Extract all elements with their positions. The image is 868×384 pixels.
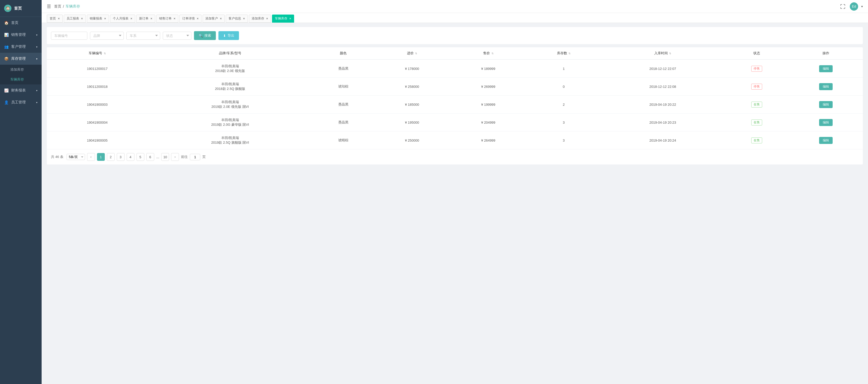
- fullscreen-button[interactable]: [839, 3, 847, 10]
- cell-purchase-price: ¥ 178000: [374, 60, 450, 78]
- cell-sale-price: ¥ 199999: [450, 96, 526, 113]
- sidebar-sub-item-vehicle-inventory[interactable]: 车辆库存: [0, 75, 41, 84]
- tab-add-customer[interactable]: 添加客户 ✕: [203, 14, 225, 23]
- cell-vehicle-no: 19011200018: [47, 78, 148, 96]
- tab-new-order[interactable]: 新订单 ✕: [136, 14, 155, 23]
- tab-order-detail-close[interactable]: ✕: [196, 17, 199, 20]
- tab-order-detail[interactable]: 订单详情 ✕: [179, 14, 202, 23]
- page-size-select[interactable]: 5条/页 10条/页 20条/页 50条/页: [67, 154, 85, 160]
- tab-monthly-report[interactable]: 个人月报表 ✕: [110, 14, 135, 23]
- page-10-button[interactable]: 10: [161, 153, 169, 161]
- next-page-button[interactable]: ›: [171, 153, 179, 161]
- cell-brand-series-model: 丰田/凯美瑞 2018款 2.0E 领先版: [148, 60, 313, 78]
- vehicle-table-card: 车辆编号 ⇅ 品牌/车系/型号 颜色 进价 ⇅ 售价 ⇅ 库存数 ⇅ 入库时间 …: [47, 47, 863, 165]
- cell-operation: 编辑: [789, 96, 863, 113]
- sidebar-item-sales[interactable]: 📊 销售管理 ▾: [0, 29, 41, 41]
- tab-vehicle-inventory[interactable]: 车辆库存 ✕: [272, 14, 294, 23]
- series-select[interactable]: 车系 凯美瑞: [126, 32, 160, 40]
- avatar[interactable]: Ed: [850, 2, 858, 11]
- tab-sales-order[interactable]: 销售订单 ✕: [156, 14, 178, 23]
- cell-stock: 3: [526, 113, 601, 132]
- cell-color: 琥晴棕: [313, 132, 374, 149]
- tab-sales-report-label: 销量报表: [90, 16, 102, 21]
- page-5-button[interactable]: 5: [136, 153, 144, 161]
- sidebar-sub-item-add-inventory[interactable]: 添加库存: [0, 65, 41, 75]
- export-button[interactable]: ⬇ 导出: [218, 31, 239, 40]
- sidebar-item-customers[interactable]: 👥 客户管理 ▾: [0, 41, 41, 53]
- edit-button[interactable]: 编辑: [819, 65, 833, 72]
- tab-vehicle-inventory-close[interactable]: ✕: [289, 17, 291, 20]
- tab-home-close[interactable]: ✕: [58, 17, 60, 20]
- edit-button[interactable]: 编辑: [819, 137, 833, 144]
- page-2-button[interactable]: 2: [107, 153, 115, 161]
- status-select[interactable]: 状态 在售 停售: [163, 32, 191, 40]
- inventory-submenu: 添加库存 车辆库存: [0, 65, 41, 84]
- sidebar-item-finance[interactable]: 📈 财务报表 ▾: [0, 84, 41, 96]
- tab-add-inventory[interactable]: 添加库存 ✕: [249, 14, 271, 23]
- sidebar-customers-label: 客户管理: [11, 44, 26, 49]
- finance-icon: 📈: [4, 88, 8, 93]
- search-button[interactable]: 🔍 搜索: [194, 31, 216, 40]
- tab-monthly-report-close[interactable]: ✕: [130, 17, 132, 20]
- prev-page-button[interactable]: ‹: [87, 153, 95, 161]
- sidebar-logo: 🏠 首页: [0, 0, 41, 17]
- sidebar-item-inventory[interactable]: 📦 库存管理 ▾: [0, 53, 41, 65]
- tab-customer-info[interactable]: 客户信息 ✕: [226, 14, 248, 23]
- cell-vehicle-no: 19041900005: [47, 132, 148, 149]
- tab-monthly-report-label: 个人月报表: [113, 16, 128, 21]
- cell-vehicle-no: 19041900004: [47, 113, 148, 132]
- cell-stock: 1: [526, 60, 601, 78]
- table-row: 19011200018 丰田/凯美瑞 2018款 2.5Q 旗舰版 琥珀棕 ¥ …: [47, 78, 863, 96]
- goto-page-input[interactable]: [190, 154, 200, 160]
- breadcrumb-home[interactable]: 首页: [54, 4, 61, 9]
- tab-add-customer-close[interactable]: ✕: [220, 17, 222, 20]
- top-header: ☰ 首页 / 车辆库存 Ed ▾: [41, 0, 868, 13]
- tab-vehicle-inventory-label: 车辆库存: [275, 16, 287, 21]
- staff-arrow-icon: ▾: [36, 101, 37, 104]
- sidebar-inventory-label: 库存管理: [11, 57, 26, 61]
- edit-button[interactable]: 编辑: [819, 83, 833, 90]
- cell-status: 停售: [724, 60, 789, 78]
- sidebar-sales-label: 销售管理: [11, 32, 26, 37]
- goto-label-suffix: 页: [202, 154, 206, 159]
- tab-staff-report-label: 员工报表: [67, 16, 79, 21]
- cell-sale-price: ¥ 204999: [450, 113, 526, 132]
- dropdown-arrow-icon: ▾: [861, 5, 863, 8]
- tab-staff-report[interactable]: 员工报表 ✕: [64, 14, 86, 23]
- edit-button[interactable]: 编辑: [819, 101, 833, 108]
- table-row: 19011200017 丰田/凯美瑞 2018款 2.0E 领先版 墨晶黑 ¥ …: [47, 60, 863, 78]
- tab-sales-report[interactable]: 销量报表 ✕: [87, 14, 109, 23]
- sidebar-item-home[interactable]: 🏠 首页: [0, 17, 41, 29]
- page-3-button[interactable]: 3: [117, 153, 125, 161]
- status-badge: 停售: [751, 84, 762, 90]
- cell-entry-time: 2019-04-19 20:24: [601, 132, 724, 149]
- sidebar-item-staff[interactable]: 👤 员工管理 ▾: [0, 96, 41, 108]
- cell-purchase-price: ¥ 185000: [374, 96, 450, 113]
- tab-add-inventory-close[interactable]: ✕: [266, 17, 268, 20]
- home-logo-icon: 🏠: [4, 5, 11, 12]
- page-6-button[interactable]: 6: [146, 153, 154, 161]
- page-1-button[interactable]: 1: [97, 153, 105, 161]
- tab-new-order-close[interactable]: ✕: [150, 17, 152, 20]
- table-row: 19041900004 丰田/凯美瑞 2019款 2.0G 豪华版 国VI 墨晶…: [47, 113, 863, 132]
- tab-staff-report-close[interactable]: ✕: [81, 17, 83, 20]
- cell-entry-time: 2018-12-12 22:07: [601, 60, 724, 78]
- menu-toggle-button[interactable]: ☰: [47, 4, 51, 9]
- cell-stock: 0: [526, 78, 601, 96]
- col-color: 颜色: [313, 47, 374, 60]
- table-header: 车辆编号 ⇅ 品牌/车系/型号 颜色 进价 ⇅ 售价 ⇅ 库存数 ⇅ 入库时间 …: [47, 47, 863, 60]
- content-area: 品牌 丰田 本田 车系 凯美瑞 状态 在售 停售 🔍 搜索 ⬇ 导出: [41, 23, 868, 384]
- col-status: 状态: [724, 47, 789, 60]
- vehicle-no-input[interactable]: [51, 32, 87, 40]
- edit-button[interactable]: 编辑: [819, 119, 833, 126]
- page-4-button[interactable]: 4: [127, 153, 134, 161]
- tab-sales-order-close[interactable]: ✕: [174, 17, 176, 20]
- cell-purchase-price: ¥ 258000: [374, 78, 450, 96]
- tab-customer-info-close[interactable]: ✕: [243, 17, 245, 20]
- tab-sales-report-close[interactable]: ✕: [104, 17, 106, 20]
- tab-home[interactable]: 首页 ✕: [47, 14, 63, 23]
- brand-select[interactable]: 品牌 丰田 本田: [90, 32, 124, 40]
- col-operation: 操作: [789, 47, 863, 60]
- col-vehicle-no: 车辆编号 ⇅: [47, 47, 148, 60]
- col-sale-price: 售价 ⇅: [450, 47, 526, 60]
